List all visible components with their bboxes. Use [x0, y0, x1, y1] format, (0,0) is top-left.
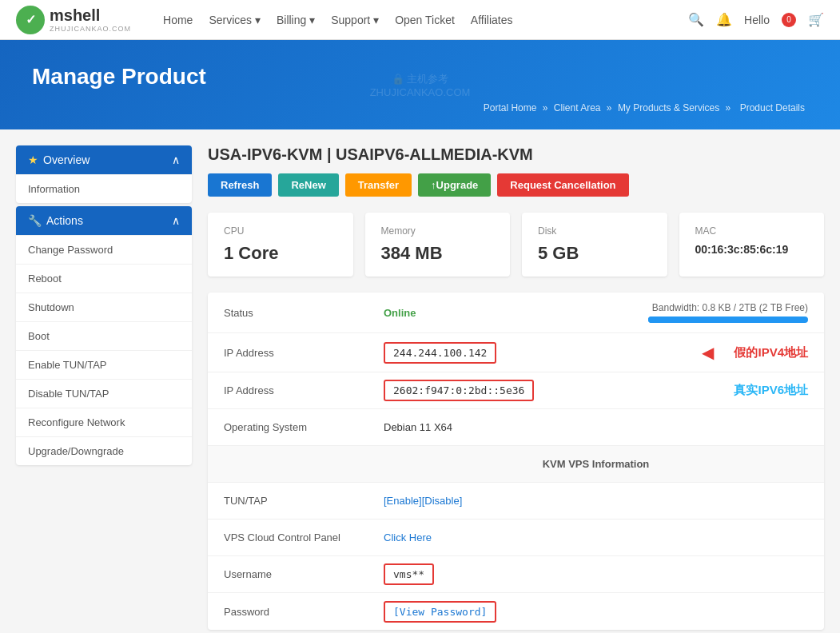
password-value: [View Password]	[384, 606, 808, 618]
arrow-right-icon: ◀	[702, 343, 714, 362]
sidebar-item-information[interactable]: Information	[16, 174, 192, 203]
nav-open-ticket[interactable]: Open Ticket	[395, 14, 455, 26]
nav-links: Home Services ▾ Billing ▾ Support ▾ Open…	[163, 14, 688, 26]
os-label: Operating System	[224, 421, 384, 433]
stats-row: CPU 1 Core Memory 384 MB Disk 5 GB MAC 0…	[208, 213, 824, 277]
search-button[interactable]: 🔍	[688, 12, 704, 27]
logo-sub: ZHUJICANKAO.COM	[50, 25, 131, 33]
nav-home[interactable]: Home	[163, 14, 193, 26]
sidebar-item-shutdown[interactable]: Shutdown	[16, 293, 192, 321]
breadcrumb-portal[interactable]: Portal Home	[484, 102, 537, 113]
stat-cpu-label: CPU	[224, 225, 337, 237]
bandwidth-text: Bandwidth: 0.8 KB / 2TB (2 TB Free)	[648, 302, 808, 313]
sidebar-actions-header[interactable]: 🔧Actions ∧	[16, 206, 192, 235]
status-value: Online	[384, 307, 648, 319]
ip1-box: 244.244.100.142	[384, 342, 496, 364]
sidebar: ★Overview ∧ Information 🔧Actions ∧ Chang…	[16, 145, 192, 630]
password-box[interactable]: [View Password]	[384, 601, 496, 623]
status-label: Status	[224, 307, 384, 319]
disable-tuntap-link[interactable]: [Disable]	[422, 495, 463, 507]
username-value: vms**	[384, 568, 808, 580]
ip1-label: IP Address	[224, 347, 384, 359]
info-row-os: Operating System Debian 11 X64	[208, 409, 824, 446]
info-row-tuntap: TUN/TAP [Enable][Disable]	[208, 483, 824, 520]
sidebar-overview-header[interactable]: ★Overview ∧	[16, 145, 192, 174]
password-label: Password	[224, 606, 384, 618]
bandwidth-bar-used	[648, 316, 656, 323]
page-title: Manage Product	[32, 64, 808, 90]
sidebar-item-enable-tuntap[interactable]: Enable TUN/TAP	[16, 350, 192, 379]
page-header: 🔒 主机参考ZHUJICANKAO.COM Manage Product Por…	[0, 40, 840, 129]
sidebar-item-disable-tuntap[interactable]: Disable TUN/TAP	[16, 379, 192, 408]
bell-button[interactable]: 🔔	[716, 12, 732, 27]
nav-affiliates[interactable]: Affiliates	[471, 14, 513, 26]
ip1-annotation: ◀ 假的IPV4地址	[702, 343, 808, 362]
stat-disk-value: 5 GB	[538, 243, 651, 264]
nav-services[interactable]: Services ▾	[209, 14, 261, 26]
nav-support[interactable]: Support ▾	[331, 14, 379, 26]
stat-memory-value: 384 MB	[381, 243, 495, 264]
chevron-up-icon2: ∧	[172, 214, 180, 227]
ip2-annotation-text: 真实IPV6地址	[734, 383, 808, 398]
breadcrumb-products[interactable]: My Products & Services	[618, 102, 719, 113]
sidebar-item-upgrade-downgrade[interactable]: Upgrade/Downgrade	[16, 436, 192, 465]
sidebar-item-reconfig-network[interactable]: Reconfigure Network	[16, 408, 192, 436]
stat-mac-label: MAC	[695, 225, 809, 237]
ip1-annotation-text: 假的IPV4地址	[734, 345, 808, 360]
ip2-value: 2602:f947:0:2bd::5e36	[384, 384, 710, 396]
star-icon: ★	[28, 153, 38, 166]
info-row-vps-panel: VPS Cloud Control Panel Click Here	[208, 520, 824, 556]
sidebar-actions-section: 🔧Actions ∧ Change Password Reboot Shutdo…	[16, 206, 192, 465]
stat-memory: Memory 384 MB	[365, 213, 511, 277]
stat-cpu-value: 1 Core	[224, 243, 337, 264]
sidebar-item-reboot[interactable]: Reboot	[16, 264, 192, 293]
bandwidth-bar	[648, 316, 808, 323]
logo-icon: ✓	[16, 6, 45, 34]
sidebar-item-change-password[interactable]: Change Password	[16, 235, 192, 264]
info-row-kvm-title: KVM VPS Information	[208, 446, 824, 483]
action-buttons: Refresh ReNew Transfer ↑Upgrade Request …	[208, 173, 824, 197]
nav-billing[interactable]: Billing ▾	[277, 14, 315, 26]
sidebar-overview-section: ★Overview ∧ Information	[16, 145, 192, 203]
ip1-value: 244.244.100.142	[384, 347, 694, 359]
breadcrumb-current: Product Details	[740, 102, 805, 113]
main-content: ★Overview ∧ Information 🔧Actions ∧ Chang…	[0, 129, 840, 633]
stat-memory-label: Memory	[381, 225, 495, 237]
click-here-link[interactable]: Click Here	[384, 531, 432, 543]
stat-cpu: CPU 1 Core	[208, 213, 353, 277]
cart-button[interactable]: 🛒	[808, 12, 824, 27]
hello-text: Hello	[744, 14, 770, 26]
breadcrumb: Portal Home » Client Area » My Products …	[484, 102, 808, 113]
info-row-ip1: IP Address 244.244.100.142 ◀ 假的IPV4地址	[208, 333, 824, 372]
cancel-button[interactable]: Request Cancellation	[497, 173, 628, 197]
renew-button[interactable]: ReNew	[278, 173, 338, 197]
cart-badge: 0	[782, 13, 796, 27]
sidebar-item-boot[interactable]: Boot	[16, 321, 192, 350]
logo: ✓ mshell ZHUJICANKAO.COM	[16, 6, 131, 34]
refresh-button[interactable]: Refresh	[208, 173, 272, 197]
upgrade-button[interactable]: ↑Upgrade	[418, 173, 491, 197]
bandwidth-area: Bandwidth: 0.8 KB / 2TB (2 TB Free)	[648, 302, 808, 323]
transfer-button[interactable]: Transfer	[345, 173, 412, 197]
kvm-title: KVM VPS Information	[384, 458, 808, 470]
chevron-up-icon: ∧	[172, 153, 180, 166]
stat-mac: MAC 00:16:3c:85:6c:19	[679, 213, 825, 277]
content-area: USA-IPV6-KVM | USAIPV6-ALLMEDIA-KVM Refr…	[208, 145, 824, 630]
enable-tuntap-link[interactable]: [Enable]	[384, 495, 422, 507]
info-table: Status Online Bandwidth: 0.8 KB / 2TB (2…	[208, 293, 824, 630]
ip2-label: IP Address	[224, 384, 384, 396]
wrench-icon: 🔧	[28, 214, 42, 227]
top-navigation: ✓ mshell ZHUJICANKAO.COM Home Services ▾…	[0, 0, 840, 40]
stat-mac-value: 00:16:3c:85:6c:19	[695, 243, 809, 256]
info-row-username: Username vms**	[208, 556, 824, 593]
breadcrumb-client[interactable]: Client Area	[554, 102, 601, 113]
logo-text: mshell	[50, 6, 131, 25]
info-row-password: Password [View Password]	[208, 593, 824, 630]
username-label: Username	[224, 568, 384, 580]
tuntap-value: [Enable][Disable]	[384, 495, 808, 507]
ip2-annotation: 真实IPV6地址	[718, 383, 808, 398]
stat-disk: Disk 5 GB	[522, 213, 667, 277]
info-row-ip2: IP Address 2602:f947:0:2bd::5e36 真实IPV6地…	[208, 372, 824, 409]
product-title: USA-IPV6-KVM | USAIPV6-ALLMEDIA-KVM	[208, 145, 824, 164]
vps-panel-label: VPS Cloud Control Panel	[224, 531, 384, 543]
